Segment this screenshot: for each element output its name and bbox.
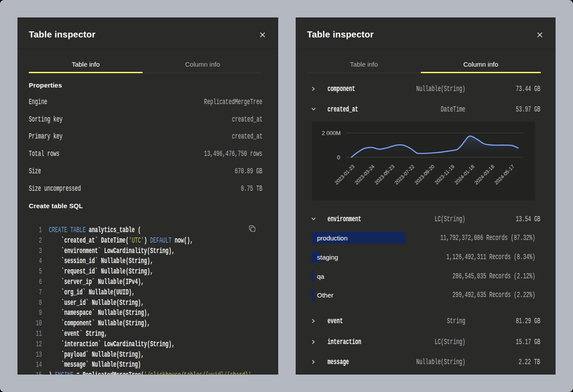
svg-text:2023-05-23: 2023-05-23 [374, 164, 396, 186]
svg-text:2024-03-18: 2024-03-18 [474, 164, 495, 186]
svg-text:2024-05-17: 2024-05-17 [494, 164, 515, 186]
svg-text:2023-03-24: 2023-03-24 [354, 164, 376, 186]
svg-text:0: 0 [337, 154, 340, 161]
svg-text:2024-01-18: 2024-01-18 [454, 164, 475, 186]
svg-text:2023-01-23: 2023-01-23 [334, 164, 355, 186]
svg-text:2023-11-19: 2023-11-19 [434, 164, 455, 185]
svg-text:2023-07-22: 2023-07-22 [394, 164, 416, 186]
svg-text:2 000M: 2 000M [322, 130, 341, 136]
svg-text:2023-09-20: 2023-09-20 [413, 164, 435, 186]
